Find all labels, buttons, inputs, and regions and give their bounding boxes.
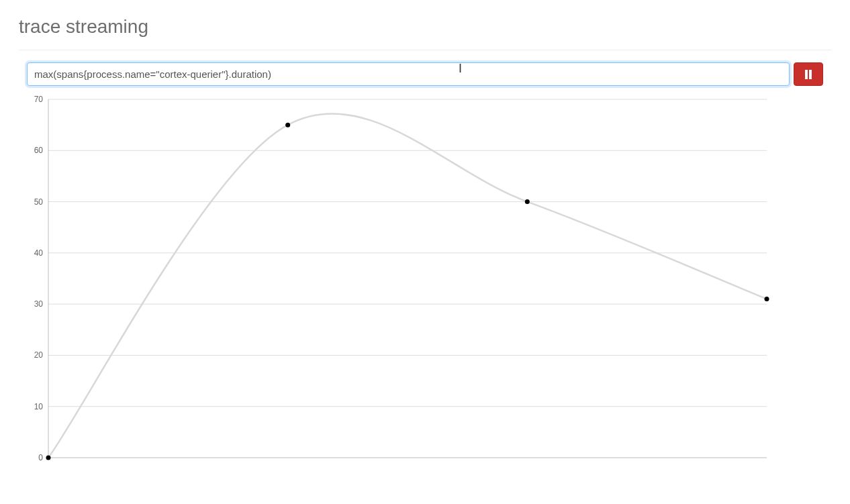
y-tick-label: 20	[34, 350, 44, 360]
chart-point	[285, 123, 290, 128]
chart: 010203040506070 I	[19, 94, 831, 472]
pause-button[interactable]	[794, 62, 823, 86]
y-tick-label: 0	[38, 453, 43, 462]
query-toolbar	[27, 62, 823, 86]
query-input[interactable]	[27, 62, 790, 86]
page-title: trace streaming	[19, 16, 831, 38]
y-tick-label: 50	[34, 197, 44, 207]
chart-line	[48, 113, 767, 458]
chart-point	[765, 297, 769, 301]
y-tick-label: 40	[34, 248, 44, 258]
chart-point	[525, 199, 530, 204]
divider	[19, 50, 831, 50]
chart-point	[46, 456, 51, 460]
y-tick-label: 10	[34, 402, 44, 411]
y-tick-label: 30	[34, 299, 44, 309]
svg-rect-0	[805, 70, 808, 79]
y-tick-label: 60	[34, 146, 44, 155]
y-tick-label: 70	[34, 95, 44, 104]
svg-rect-1	[809, 70, 812, 79]
pause-icon	[804, 70, 812, 79]
